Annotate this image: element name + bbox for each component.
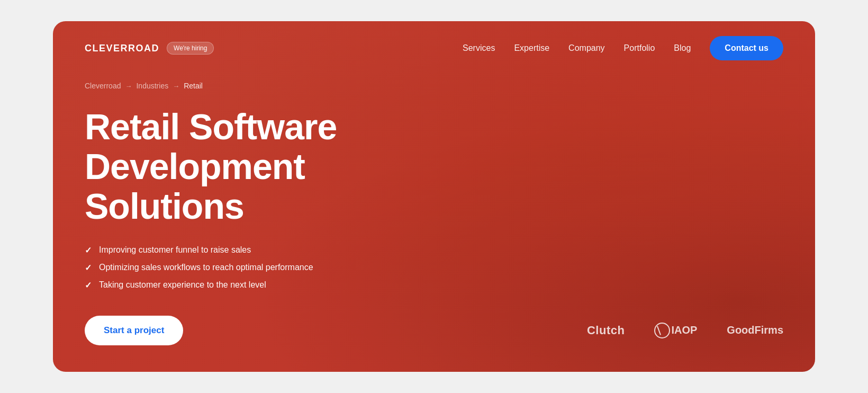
check-icon-3: ✓ [85,280,92,290]
breadcrumb-home[interactable]: Cleverroad [85,82,121,90]
checklist-text-3: Taking customer experience to the next l… [99,280,266,290]
start-project-button[interactable]: Start a project [85,316,183,345]
hero-title-line1: Retail Software [85,106,337,147]
nav-blog[interactable]: Blog [674,43,691,53]
breadcrumb-industries[interactable]: Industries [136,82,168,90]
checklist-text-1: Improving customer funnel to raise sales [99,245,251,255]
navbar: CLEVERROAD We're hiring Services Experti… [85,21,783,71]
checklist-item-2: ✓ Optimizing sales workflows to reach op… [85,263,455,273]
checklist: ✓ Improving customer funnel to raise sal… [85,245,455,290]
nav-expertise[interactable]: Expertise [514,43,549,53]
clutch-logo: Clutch [587,324,625,337]
iaop-circle-icon [654,323,670,338]
checklist-item-3: ✓ Taking customer experience to the next… [85,280,455,290]
breadcrumb-arrow-2: → [173,82,179,90]
hiring-badge: We're hiring [167,42,214,55]
hero-section: CLEVERROAD We're hiring Services Experti… [53,21,815,371]
goodfirms-logo: GoodFirms [727,324,783,336]
hero-title: Retail Software Development Solutions [85,107,455,226]
breadcrumb: Cleverroad → Industries → Retail [85,82,783,90]
hero-title-line2: Development Solutions [85,146,305,226]
check-icon-1: ✓ [85,245,92,255]
navbar-right: Services Expertise Company Portfolio Blo… [463,36,783,60]
hero-bottom: Start a project Clutch IAOP GoodFirms [85,316,783,345]
partner-logos: Clutch IAOP GoodFirms [587,323,783,338]
iaop-text: IAOP [671,324,697,336]
contact-button[interactable]: Contact us [710,36,783,60]
checklist-item-1: ✓ Improving customer funnel to raise sal… [85,245,455,255]
checklist-text-2: Optimizing sales workflows to reach opti… [99,263,313,272]
breadcrumb-arrow-1: → [125,82,132,90]
nav-services[interactable]: Services [463,43,495,53]
nav-portfolio[interactable]: Portfolio [624,43,655,53]
check-icon-2: ✓ [85,263,92,273]
logo[interactable]: CLEVERROAD [85,43,159,54]
breadcrumb-current: Retail [184,82,203,90]
iaop-logo: IAOP [654,323,697,338]
nav-company[interactable]: Company [568,43,604,53]
hero-content: Retail Software Development Solutions ✓ … [85,107,455,290]
navbar-left: CLEVERROAD We're hiring [85,42,214,55]
